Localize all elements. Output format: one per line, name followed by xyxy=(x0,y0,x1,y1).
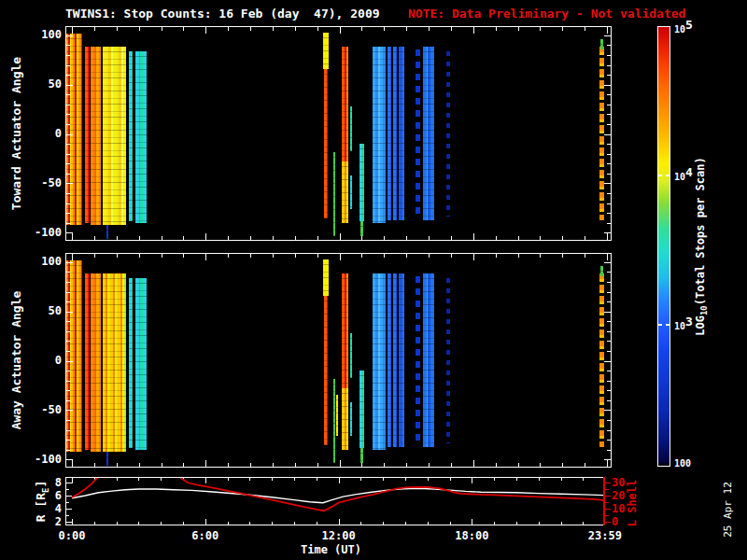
y-tick-label: -50 xyxy=(22,403,62,417)
x-tick xyxy=(250,236,251,240)
spectrogram-toward-panel xyxy=(65,26,612,241)
y-tick xyxy=(607,450,611,451)
x-tick xyxy=(473,233,474,240)
y-tick xyxy=(66,144,70,145)
y-tick xyxy=(604,134,611,135)
x-tick xyxy=(72,460,73,467)
x-tick xyxy=(384,27,385,31)
x-tick xyxy=(139,254,140,258)
y-tick xyxy=(66,292,70,293)
date-stamp: 25 Apr 12 xyxy=(722,482,734,538)
x-tick xyxy=(183,27,184,31)
spectro-stripe xyxy=(342,47,349,161)
y-tick xyxy=(66,351,70,352)
y-tick xyxy=(66,75,70,76)
x-tick xyxy=(406,236,407,240)
x-tick xyxy=(473,27,474,34)
x-tick xyxy=(273,236,274,240)
x-tick xyxy=(117,27,118,31)
y-tick-label: 0 xyxy=(22,354,62,368)
y-tick xyxy=(607,154,611,155)
y-tick xyxy=(66,341,70,342)
x-tick xyxy=(228,463,229,467)
spectro-stripe xyxy=(416,49,420,219)
y-tick xyxy=(66,272,70,273)
y-tick xyxy=(607,65,611,66)
x-tick xyxy=(72,254,73,260)
x-tick xyxy=(518,236,519,240)
x-tick xyxy=(317,236,318,240)
spectro-stripe xyxy=(360,448,363,464)
x-tick xyxy=(94,254,95,258)
x-tick xyxy=(340,254,341,260)
x-tick xyxy=(384,254,385,258)
spectro-stripe xyxy=(106,452,108,466)
x-tick xyxy=(250,27,251,31)
x-tick xyxy=(429,27,430,31)
spectro-stripe xyxy=(333,379,335,464)
x-tick xyxy=(139,27,140,31)
colorbar-dash xyxy=(666,324,669,326)
y-tick xyxy=(66,232,73,233)
spectro-stripe xyxy=(446,51,450,217)
y-tick xyxy=(66,450,70,451)
y-tick xyxy=(604,35,611,36)
y-tick xyxy=(66,301,70,302)
colorbar-tick-label: 103 xyxy=(674,316,693,332)
x-tick xyxy=(139,236,140,240)
y-tick xyxy=(66,440,70,441)
spectro-stripe xyxy=(350,333,352,379)
x-tick xyxy=(273,254,274,258)
l-tick xyxy=(605,483,611,483)
y-tick xyxy=(607,75,611,76)
x-tick xyxy=(496,463,497,467)
y-tick xyxy=(66,183,73,184)
x-tick xyxy=(162,236,162,240)
y-tick xyxy=(66,410,73,411)
x-tick xyxy=(183,463,184,467)
x-tick xyxy=(94,236,95,240)
colorbar-tick-label: 105 xyxy=(674,20,693,35)
y-tick xyxy=(607,321,611,322)
x-tick xyxy=(585,254,585,258)
spectro-stripe xyxy=(336,395,339,436)
l-tick xyxy=(605,509,611,510)
y-tick xyxy=(607,301,611,302)
spectro-stripe xyxy=(388,47,391,220)
l-tick xyxy=(605,496,611,497)
spectro-stripe xyxy=(600,39,603,49)
y-tick xyxy=(66,134,73,135)
x-tick xyxy=(496,254,497,258)
preliminary-note: NOTE: Data Preliminary - Not validated xyxy=(408,7,685,21)
spectro-stripe xyxy=(399,273,404,447)
l-tick-label: 20 xyxy=(612,489,634,503)
x-tick xyxy=(585,236,585,240)
y-tick xyxy=(66,400,70,401)
y-tick-label: 100 xyxy=(22,255,62,269)
x-tick xyxy=(607,27,608,34)
r-tick-label: 6 xyxy=(22,489,62,503)
y-tick xyxy=(607,223,611,224)
y-tick-label: 50 xyxy=(22,77,62,91)
spectro-stripe xyxy=(342,388,349,450)
x-tick xyxy=(94,463,95,467)
lshell-axis-line xyxy=(603,477,605,525)
x-tick xyxy=(518,463,519,467)
x-tick xyxy=(473,254,474,260)
l-tick xyxy=(605,502,609,503)
x-tick xyxy=(205,460,206,467)
y-tick-label: -50 xyxy=(22,176,62,190)
spectro-stripe xyxy=(103,47,126,224)
x-tick xyxy=(205,27,206,34)
x-tick xyxy=(117,254,118,258)
y-tick xyxy=(66,124,70,125)
y-tick xyxy=(607,400,611,401)
colorbar-tick-label: 104 xyxy=(674,167,693,183)
x-tick xyxy=(162,27,162,31)
y-tick xyxy=(607,94,611,95)
y-tick xyxy=(607,213,611,214)
y-tick xyxy=(604,85,611,86)
spectro-stripe xyxy=(66,34,82,225)
x-tick xyxy=(228,27,229,31)
x-tick xyxy=(518,27,519,31)
